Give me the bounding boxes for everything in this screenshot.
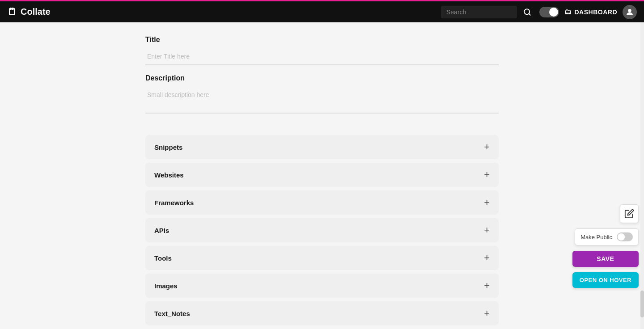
search-icon (523, 8, 531, 16)
scrollbar-track (640, 22, 644, 329)
title-section: Title (145, 36, 499, 74)
search-input[interactable] (446, 8, 500, 16)
main-content: Title Description Snippets+Websites+Fram… (0, 22, 644, 329)
svg-point-2 (628, 9, 631, 12)
description-section: Description (145, 74, 499, 126)
make-public-label: Make Public (580, 234, 612, 240)
dashboard-icon: 🗂 (564, 8, 572, 16)
category-name-tools: Tools (154, 254, 172, 262)
category-plus-tools[interactable]: + (484, 253, 490, 263)
category-name-text_notes: Text_Notes (154, 310, 190, 317)
category-row-text_notes[interactable]: Text_Notes+ (145, 301, 499, 325)
category-name-images: Images (154, 282, 178, 290)
category-row-apis[interactable]: APIs+ (145, 218, 499, 242)
category-row-snippets[interactable]: Snippets+ (145, 135, 499, 159)
dashboard-label: DASHBOARD (575, 8, 618, 16)
app-name: Collate (21, 7, 51, 17)
category-plus-snippets[interactable]: + (484, 142, 490, 152)
category-name-websites: Websites (154, 171, 184, 179)
dashboard-button[interactable]: 🗂 DASHBOARD (564, 8, 617, 16)
category-row-tools[interactable]: Tools+ (145, 246, 499, 270)
category-plus-apis[interactable]: + (484, 225, 490, 235)
floating-panel: Make Public SAVE OPEN ON HOVER (567, 199, 644, 293)
scrollbar-thumb[interactable] (640, 291, 644, 317)
user-avatar[interactable] (623, 5, 637, 19)
theme-toggle[interactable] (539, 7, 559, 17)
search-bar[interactable] (441, 6, 517, 18)
title-input[interactable] (145, 48, 499, 65)
category-name-snippets: Snippets (154, 143, 182, 151)
category-row-websites[interactable]: Websites+ (145, 163, 499, 187)
category-plus-websites[interactable]: + (484, 170, 490, 180)
make-public-row: Make Public (575, 228, 639, 245)
public-toggle[interactable] (617, 232, 633, 241)
category-plus-text_notes[interactable]: + (484, 308, 490, 318)
description-label: Description (145, 74, 499, 82)
title-label: Title (145, 36, 499, 44)
app-header: 🗒 Collate 🗂 DASHBOARD (0, 0, 644, 22)
edit-button[interactable] (620, 204, 639, 223)
categories-container: Snippets+Websites+Frameworks+APIs+Tools+… (145, 135, 499, 329)
category-plus-images[interactable]: + (484, 281, 490, 291)
user-icon (625, 8, 634, 17)
category-plus-frameworks[interactable]: + (484, 198, 490, 207)
open-on-hover-button[interactable]: OPEN ON HOVER (572, 272, 639, 288)
category-name-apis: APIs (154, 227, 169, 234)
edit-icon (624, 209, 634, 219)
logo-icon: 🗒 (7, 6, 17, 18)
description-input[interactable] (145, 87, 499, 114)
category-row-images[interactable]: Images+ (145, 274, 499, 298)
category-name-frameworks: Frameworks (154, 199, 194, 207)
search-icon-button[interactable] (521, 8, 534, 16)
svg-line-1 (529, 13, 530, 15)
app-logo[interactable]: 🗒 Collate (7, 6, 51, 18)
form-container: Title Description Snippets+Websites+Fram… (145, 36, 499, 329)
save-button[interactable]: SAVE (572, 251, 639, 267)
category-row-frameworks[interactable]: Frameworks+ (145, 190, 499, 215)
